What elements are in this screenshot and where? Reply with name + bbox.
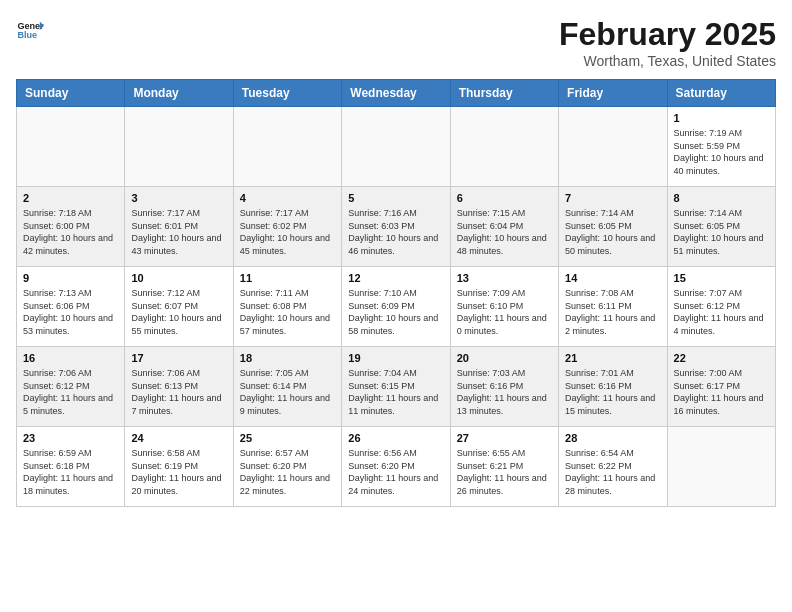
calendar-day-cell: 6Sunrise: 7:15 AM Sunset: 6:04 PM Daylig… xyxy=(450,187,558,267)
day-info: Sunrise: 6:58 AM Sunset: 6:19 PM Dayligh… xyxy=(131,447,226,497)
calendar-day-cell: 18Sunrise: 7:05 AM Sunset: 6:14 PM Dayli… xyxy=(233,347,341,427)
day-info: Sunrise: 7:04 AM Sunset: 6:15 PM Dayligh… xyxy=(348,367,443,417)
calendar-day-cell: 15Sunrise: 7:07 AM Sunset: 6:12 PM Dayli… xyxy=(667,267,775,347)
day-info: Sunrise: 7:06 AM Sunset: 6:12 PM Dayligh… xyxy=(23,367,118,417)
weekday-header-monday: Monday xyxy=(125,80,233,107)
title-block: February 2025 Wortham, Texas, United Sta… xyxy=(559,16,776,69)
weekday-header-wednesday: Wednesday xyxy=(342,80,450,107)
day-number: 7 xyxy=(565,192,660,204)
day-info: Sunrise: 6:57 AM Sunset: 6:20 PM Dayligh… xyxy=(240,447,335,497)
day-number: 15 xyxy=(674,272,769,284)
day-info: Sunrise: 7:06 AM Sunset: 6:13 PM Dayligh… xyxy=(131,367,226,417)
day-number: 11 xyxy=(240,272,335,284)
day-number: 17 xyxy=(131,352,226,364)
calendar-day-cell: 1Sunrise: 7:19 AM Sunset: 5:59 PM Daylig… xyxy=(667,107,775,187)
calendar-day-cell xyxy=(559,107,667,187)
calendar-day-cell xyxy=(125,107,233,187)
day-number: 9 xyxy=(23,272,118,284)
calendar-day-cell xyxy=(342,107,450,187)
day-info: Sunrise: 7:14 AM Sunset: 6:05 PM Dayligh… xyxy=(674,207,769,257)
day-info: Sunrise: 7:09 AM Sunset: 6:10 PM Dayligh… xyxy=(457,287,552,337)
day-number: 26 xyxy=(348,432,443,444)
day-info: Sunrise: 7:01 AM Sunset: 6:16 PM Dayligh… xyxy=(565,367,660,417)
calendar-week-row: 16Sunrise: 7:06 AM Sunset: 6:12 PM Dayli… xyxy=(17,347,776,427)
calendar-day-cell xyxy=(450,107,558,187)
calendar-day-cell: 3Sunrise: 7:17 AM Sunset: 6:01 PM Daylig… xyxy=(125,187,233,267)
day-number: 20 xyxy=(457,352,552,364)
day-number: 27 xyxy=(457,432,552,444)
day-info: Sunrise: 7:00 AM Sunset: 6:17 PM Dayligh… xyxy=(674,367,769,417)
calendar-day-cell: 5Sunrise: 7:16 AM Sunset: 6:03 PM Daylig… xyxy=(342,187,450,267)
calendar-day-cell: 2Sunrise: 7:18 AM Sunset: 6:00 PM Daylig… xyxy=(17,187,125,267)
weekday-header-saturday: Saturday xyxy=(667,80,775,107)
calendar-day-cell: 9Sunrise: 7:13 AM Sunset: 6:06 PM Daylig… xyxy=(17,267,125,347)
day-info: Sunrise: 6:54 AM Sunset: 6:22 PM Dayligh… xyxy=(565,447,660,497)
weekday-header-row: SundayMondayTuesdayWednesdayThursdayFrid… xyxy=(17,80,776,107)
calendar-day-cell: 22Sunrise: 7:00 AM Sunset: 6:17 PM Dayli… xyxy=(667,347,775,427)
calendar-day-cell: 27Sunrise: 6:55 AM Sunset: 6:21 PM Dayli… xyxy=(450,427,558,507)
day-info: Sunrise: 7:19 AM Sunset: 5:59 PM Dayligh… xyxy=(674,127,769,177)
day-info: Sunrise: 7:11 AM Sunset: 6:08 PM Dayligh… xyxy=(240,287,335,337)
calendar-week-row: 23Sunrise: 6:59 AM Sunset: 6:18 PM Dayli… xyxy=(17,427,776,507)
day-info: Sunrise: 7:17 AM Sunset: 6:01 PM Dayligh… xyxy=(131,207,226,257)
calendar-day-cell xyxy=(667,427,775,507)
day-info: Sunrise: 6:59 AM Sunset: 6:18 PM Dayligh… xyxy=(23,447,118,497)
calendar-day-cell: 28Sunrise: 6:54 AM Sunset: 6:22 PM Dayli… xyxy=(559,427,667,507)
page-header: General Blue February 2025 Wortham, Texa… xyxy=(16,16,776,69)
calendar-day-cell: 21Sunrise: 7:01 AM Sunset: 6:16 PM Dayli… xyxy=(559,347,667,427)
logo-icon: General Blue xyxy=(16,16,44,44)
calendar-day-cell: 11Sunrise: 7:11 AM Sunset: 6:08 PM Dayli… xyxy=(233,267,341,347)
day-number: 4 xyxy=(240,192,335,204)
day-info: Sunrise: 7:12 AM Sunset: 6:07 PM Dayligh… xyxy=(131,287,226,337)
day-info: Sunrise: 6:56 AM Sunset: 6:20 PM Dayligh… xyxy=(348,447,443,497)
calendar-week-row: 2Sunrise: 7:18 AM Sunset: 6:00 PM Daylig… xyxy=(17,187,776,267)
calendar-day-cell: 16Sunrise: 7:06 AM Sunset: 6:12 PM Dayli… xyxy=(17,347,125,427)
day-number: 14 xyxy=(565,272,660,284)
weekday-header-friday: Friday xyxy=(559,80,667,107)
calendar-day-cell: 19Sunrise: 7:04 AM Sunset: 6:15 PM Dayli… xyxy=(342,347,450,427)
svg-text:Blue: Blue xyxy=(17,30,37,40)
day-number: 13 xyxy=(457,272,552,284)
day-info: Sunrise: 7:03 AM Sunset: 6:16 PM Dayligh… xyxy=(457,367,552,417)
day-info: Sunrise: 7:08 AM Sunset: 6:11 PM Dayligh… xyxy=(565,287,660,337)
day-number: 25 xyxy=(240,432,335,444)
calendar-week-row: 9Sunrise: 7:13 AM Sunset: 6:06 PM Daylig… xyxy=(17,267,776,347)
calendar-day-cell: 13Sunrise: 7:09 AM Sunset: 6:10 PM Dayli… xyxy=(450,267,558,347)
day-info: Sunrise: 7:05 AM Sunset: 6:14 PM Dayligh… xyxy=(240,367,335,417)
day-number: 2 xyxy=(23,192,118,204)
calendar-week-row: 1Sunrise: 7:19 AM Sunset: 5:59 PM Daylig… xyxy=(17,107,776,187)
calendar-day-cell: 8Sunrise: 7:14 AM Sunset: 6:05 PM Daylig… xyxy=(667,187,775,267)
day-number: 16 xyxy=(23,352,118,364)
day-info: Sunrise: 7:07 AM Sunset: 6:12 PM Dayligh… xyxy=(674,287,769,337)
calendar-day-cell xyxy=(17,107,125,187)
day-info: Sunrise: 7:16 AM Sunset: 6:03 PM Dayligh… xyxy=(348,207,443,257)
day-info: Sunrise: 7:15 AM Sunset: 6:04 PM Dayligh… xyxy=(457,207,552,257)
calendar-day-cell: 14Sunrise: 7:08 AM Sunset: 6:11 PM Dayli… xyxy=(559,267,667,347)
day-number: 8 xyxy=(674,192,769,204)
day-number: 6 xyxy=(457,192,552,204)
calendar-day-cell: 7Sunrise: 7:14 AM Sunset: 6:05 PM Daylig… xyxy=(559,187,667,267)
day-info: Sunrise: 7:17 AM Sunset: 6:02 PM Dayligh… xyxy=(240,207,335,257)
location: Wortham, Texas, United States xyxy=(559,53,776,69)
day-number: 23 xyxy=(23,432,118,444)
calendar-day-cell: 26Sunrise: 6:56 AM Sunset: 6:20 PM Dayli… xyxy=(342,427,450,507)
day-info: Sunrise: 7:13 AM Sunset: 6:06 PM Dayligh… xyxy=(23,287,118,337)
day-number: 3 xyxy=(131,192,226,204)
day-info: Sunrise: 7:14 AM Sunset: 6:05 PM Dayligh… xyxy=(565,207,660,257)
calendar-day-cell: 25Sunrise: 6:57 AM Sunset: 6:20 PM Dayli… xyxy=(233,427,341,507)
weekday-header-thursday: Thursday xyxy=(450,80,558,107)
day-number: 19 xyxy=(348,352,443,364)
day-number: 24 xyxy=(131,432,226,444)
day-info: Sunrise: 7:18 AM Sunset: 6:00 PM Dayligh… xyxy=(23,207,118,257)
calendar-day-cell: 10Sunrise: 7:12 AM Sunset: 6:07 PM Dayli… xyxy=(125,267,233,347)
day-number: 18 xyxy=(240,352,335,364)
weekday-header-sunday: Sunday xyxy=(17,80,125,107)
logo: General Blue xyxy=(16,16,44,44)
day-number: 1 xyxy=(674,112,769,124)
calendar-day-cell: 17Sunrise: 7:06 AM Sunset: 6:13 PM Dayli… xyxy=(125,347,233,427)
day-number: 21 xyxy=(565,352,660,364)
day-number: 5 xyxy=(348,192,443,204)
weekday-header-tuesday: Tuesday xyxy=(233,80,341,107)
day-number: 22 xyxy=(674,352,769,364)
calendar-day-cell: 4Sunrise: 7:17 AM Sunset: 6:02 PM Daylig… xyxy=(233,187,341,267)
